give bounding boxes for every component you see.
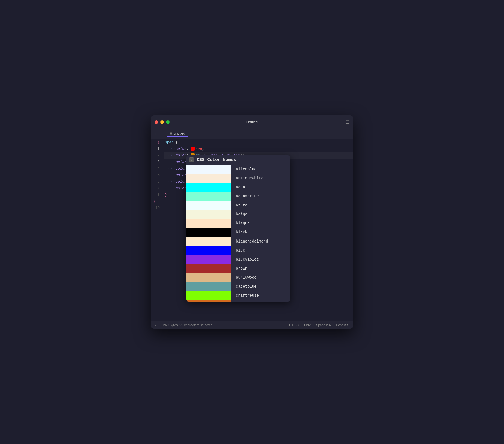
- color-strip: [186, 282, 231, 291]
- line-gutter: { 1 2 3 4 5 6 7 8 } 9 10: [151, 139, 164, 321]
- color-list-item[interactable]: beige: [186, 210, 290, 219]
- line-num-8: 8: [153, 191, 162, 198]
- line-num-10: 10: [153, 205, 162, 211]
- line-num-7: 7: [153, 185, 162, 191]
- color-strip: [186, 165, 231, 174]
- color-list-item[interactable]: aquamarine: [186, 192, 290, 201]
- color-list-item[interactable]: brown: [186, 264, 290, 273]
- color-strip: [186, 273, 231, 282]
- color-strip: [186, 291, 231, 300]
- color-strip: [186, 201, 231, 210]
- maximize-button[interactable]: [166, 120, 170, 124]
- color-strip: [186, 183, 231, 192]
- color-name-label: beige: [231, 212, 247, 217]
- color-list-item[interactable]: blanchedalmond: [186, 237, 290, 246]
- forward-arrow-icon[interactable]: →: [160, 132, 163, 136]
- code-line-2: ···· color: red;: [164, 145, 353, 152]
- color-list-item[interactable]: aqua: [186, 183, 290, 192]
- statusbar: ▭ ~269 Bytes, 22 characters selected UTF…: [151, 321, 353, 329]
- color-name-label: aliceblue: [231, 167, 257, 171]
- popup-close-button[interactable]: x: [189, 157, 194, 162]
- traffic-lights: [155, 120, 170, 124]
- color-strip: [186, 174, 231, 183]
- popup-title: CSS Color Names: [197, 157, 236, 162]
- line-num-4: 4: [153, 165, 162, 172]
- sidebar-toggle-icon[interactable]: ▭: [155, 323, 158, 327]
- tab-dot-icon: [170, 132, 172, 135]
- color-name-label: blue: [231, 248, 245, 253]
- color-strip: [186, 228, 231, 237]
- color-list-item[interactable]: aliceblue: [186, 165, 290, 174]
- tab-untitled[interactable]: untitled: [167, 130, 188, 137]
- color-list-item[interactable]: burlywood: [186, 273, 290, 282]
- color-strip: [186, 192, 231, 201]
- color-name-label: burlywood: [231, 275, 257, 280]
- color-name-label: aquamarine: [231, 194, 259, 198]
- color-list-item[interactable]: chocolate: [186, 300, 290, 302]
- color-strip: [186, 246, 231, 255]
- color-name-label: aqua: [231, 185, 245, 189]
- status-left: ▭ ~269 Bytes, 22 characters selected: [155, 323, 213, 327]
- color-strip: [186, 300, 231, 302]
- tab-label: untitled: [174, 131, 185, 135]
- code-line-1: span {: [164, 139, 353, 145]
- color-list-item[interactable]: chartreuse: [186, 291, 290, 300]
- titlebar-actions: + ☰: [340, 119, 349, 125]
- color-name-label: antiquewhite: [231, 176, 263, 180]
- color-strip: [186, 210, 231, 219]
- color-name-label: cadetblue: [231, 284, 257, 289]
- window-title: untitled: [246, 120, 258, 124]
- color-list-item[interactable]: blueviolet: [186, 255, 290, 264]
- file-info: ~269 Bytes, 22 characters selected: [161, 323, 213, 327]
- line-endings-label[interactable]: Unix: [304, 323, 311, 327]
- color-strip: [186, 219, 231, 228]
- color-strip: [186, 255, 231, 264]
- minimize-button[interactable]: [160, 120, 164, 124]
- new-tab-icon[interactable]: +: [340, 119, 342, 124]
- status-right: UTF-8 Unix Spaces: 4 PostCSS: [289, 323, 349, 327]
- titlebar: untitled + ☰: [151, 115, 353, 128]
- color-list-item[interactable]: azure: [186, 201, 290, 210]
- back-arrow-icon[interactable]: ←: [154, 132, 158, 136]
- popup-header: x CSS Color Names: [186, 155, 290, 165]
- menu-icon[interactable]: ☰: [346, 119, 349, 125]
- color-list[interactable]: aliceblueantiquewhiteaquaaquamarineazure…: [186, 165, 290, 302]
- line-num-3: 3: [153, 159, 162, 165]
- color-name-label: blanchedalmond: [231, 239, 268, 244]
- line-num-2: 2: [153, 152, 162, 159]
- color-name-label: black: [231, 230, 247, 235]
- line-num-6: 6: [153, 178, 162, 185]
- css-color-names-popup: x CSS Color Names aliceblueantiquewhitea…: [186, 155, 290, 302]
- encoding-label[interactable]: UTF-8: [289, 323, 299, 327]
- editor[interactable]: { 1 2 3 4 5 6 7 8 } 9 10 span { ···· col…: [151, 139, 353, 321]
- color-list-item[interactable]: blue: [186, 246, 290, 255]
- color-list-item[interactable]: antiquewhite: [186, 174, 290, 183]
- close-button[interactable]: [155, 120, 158, 124]
- color-list-item[interactable]: cadetblue: [186, 282, 290, 291]
- color-name-label: blueviolet: [231, 257, 259, 262]
- color-name-label: brown: [231, 266, 247, 271]
- line-num-1: 1: [153, 145, 162, 152]
- color-strip: [186, 264, 231, 273]
- color-name-label: bisque: [231, 221, 250, 226]
- syntax-label[interactable]: PostCSS: [336, 323, 349, 327]
- color-strip: [186, 237, 231, 246]
- line-num-5: 5: [153, 172, 162, 178]
- line-num: {: [153, 139, 162, 145]
- app-window: untitled + ☰ ← → untitled { 1 2 3 4 5 6 …: [151, 115, 353, 329]
- color-swatch-red[interactable]: [191, 147, 195, 151]
- line-num-9: } 9: [153, 198, 162, 205]
- nav-arrows: ← →: [154, 132, 163, 136]
- color-list-item[interactable]: bisque: [186, 219, 290, 228]
- color-name-label: azure: [231, 203, 247, 208]
- color-name-label: chartreuse: [231, 293, 259, 298]
- tabbar: ← → untitled: [151, 128, 353, 139]
- color-list-item[interactable]: black: [186, 228, 290, 237]
- indent-label[interactable]: Spaces: 4: [316, 323, 331, 327]
